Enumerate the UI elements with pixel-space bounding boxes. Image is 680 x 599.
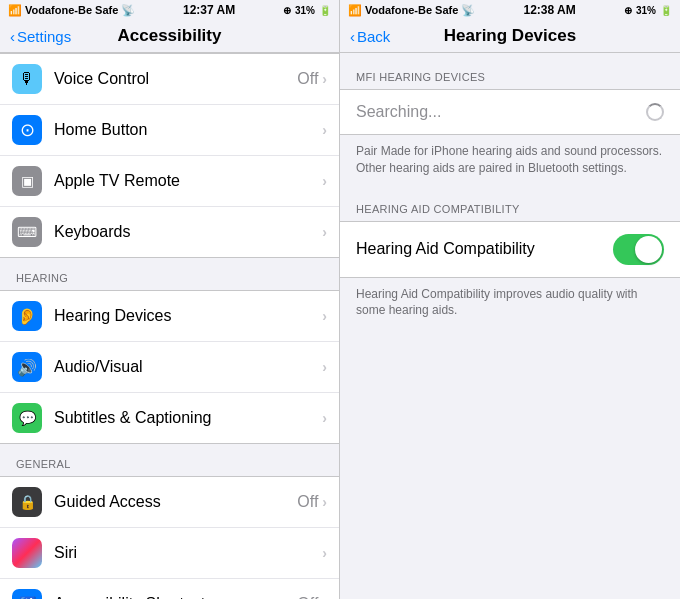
- siri-chevron: ›: [322, 545, 327, 561]
- right-nav-bar: ‹ Back Hearing Devices: [340, 20, 680, 53]
- apple-tv-icon: ▣: [12, 166, 42, 196]
- home-button-icon: ⊙: [12, 115, 42, 145]
- right-battery: 31%: [636, 5, 656, 16]
- keyboards-chevron: ›: [322, 224, 327, 240]
- hearing-devices-label: Hearing Devices: [54, 307, 322, 325]
- left-page-title: Accessibility: [118, 26, 222, 46]
- hearing-section-header: Hearing: [0, 258, 339, 290]
- location-icon: ⊕: [283, 5, 291, 16]
- right-status-bar: 📶 Vodafone-Be Safe 📡 12:38 AM ⊕ 31% 🔋: [340, 0, 680, 20]
- left-carrier-info: 📶 Vodafone-Be Safe 📡: [8, 4, 135, 17]
- searching-row: Searching...: [340, 90, 680, 134]
- left-list-container: 🎙 Voice Control Off › ⊙ Home Button › ▣ …: [0, 53, 339, 599]
- right-carrier-info: 📶 Vodafone-Be Safe 📡: [348, 4, 475, 17]
- searching-label: Searching...: [356, 103, 441, 121]
- wifi-icon: 📡: [121, 4, 135, 17]
- back-label: Settings: [17, 28, 71, 45]
- audio-visual-icon: 🔊: [12, 352, 42, 382]
- guided-access-chevron: ›: [322, 494, 327, 510]
- guided-access-label: Guided Access: [54, 493, 297, 511]
- subtitles-label: Subtitles & Captioning: [54, 409, 322, 427]
- hearing-devices-item[interactable]: 👂 Hearing Devices ›: [0, 291, 339, 342]
- back-chevron-icon: ‹: [10, 28, 15, 45]
- voice-control-value: Off: [297, 70, 318, 88]
- left-battery: 31%: [295, 5, 315, 16]
- mfi-group: Searching...: [340, 89, 680, 135]
- left-time: 12:37 AM: [183, 3, 235, 17]
- hearing-back-button[interactable]: ‹ Back: [350, 28, 390, 45]
- compatibility-section-header: Hearing Aid Compatibility: [340, 189, 680, 221]
- right-battery-icon: 🔋: [660, 5, 672, 16]
- compatibility-description: Hearing Aid Compatibility improves audio…: [340, 278, 680, 332]
- right-wifi-icon: 📡: [461, 4, 475, 17]
- right-time: 12:38 AM: [524, 3, 576, 17]
- audio-visual-item[interactable]: 🔊 Audio/Visual ›: [0, 342, 339, 393]
- home-button-label: Home Button: [54, 121, 322, 139]
- signal-icon: 📶: [8, 4, 22, 17]
- left-panel: 📶 Vodafone-Be Safe 📡 12:37 AM ⊕ 31% 🔋 ‹ …: [0, 0, 340, 599]
- mfi-section-header: MFI Hearing Devices: [340, 57, 680, 89]
- guided-access-item[interactable]: 🔒 Guided Access Off ›: [0, 477, 339, 528]
- left-battery-info: ⊕ 31% 🔋: [283, 5, 331, 16]
- left-carrier: Vodafone-Be Safe: [25, 4, 118, 16]
- home-button-chevron: ›: [322, 122, 327, 138]
- right-panel: 📶 Vodafone-Be Safe 📡 12:38 AM ⊕ 31% 🔋 ‹ …: [340, 0, 680, 599]
- loading-spinner: [646, 103, 664, 121]
- left-status-bar: 📶 Vodafone-Be Safe 📡 12:37 AM ⊕ 31% 🔋: [0, 0, 339, 20]
- apple-tv-chevron: ›: [322, 173, 327, 189]
- hearing-group: 👂 Hearing Devices › 🔊 Audio/Visual › 💬 S…: [0, 290, 339, 444]
- right-page-title: Hearing Devices: [444, 26, 576, 46]
- settings-back-button[interactable]: ‹ Settings: [10, 28, 71, 45]
- general-section-header: General: [0, 444, 339, 476]
- voice-control-chevron: ›: [322, 71, 327, 87]
- subtitles-icon: 💬: [12, 403, 42, 433]
- keyboards-item[interactable]: ⌨ Keyboards ›: [0, 207, 339, 257]
- right-battery-info: ⊕ 31% 🔋: [624, 5, 672, 16]
- keyboards-label: Keyboards: [54, 223, 322, 241]
- audio-visual-chevron: ›: [322, 359, 327, 375]
- accessibility-shortcut-item[interactable]: ♿ Accessibility Shortcut Off ›: [0, 579, 339, 599]
- subtitles-item[interactable]: 💬 Subtitles & Captioning ›: [0, 393, 339, 443]
- top-items-group: 🎙 Voice Control Off › ⊙ Home Button › ▣ …: [0, 53, 339, 258]
- hearing-devices-icon: 👂: [12, 301, 42, 331]
- right-back-label: Back: [357, 28, 390, 45]
- right-content: MFI Hearing Devices Searching... Pair Ma…: [340, 53, 680, 599]
- subtitles-chevron: ›: [322, 410, 327, 426]
- accessibility-shortcut-value: Off: [297, 595, 318, 599]
- battery-icon: 🔋: [319, 5, 331, 16]
- apple-tv-remote-item[interactable]: ▣ Apple TV Remote ›: [0, 156, 339, 207]
- compatibility-row: Hearing Aid Compatibility: [340, 222, 680, 277]
- apple-tv-label: Apple TV Remote: [54, 172, 322, 190]
- right-back-chevron-icon: ‹: [350, 28, 355, 45]
- left-nav-bar: ‹ Settings Accessibility: [0, 20, 339, 53]
- guided-access-value: Off: [297, 493, 318, 511]
- voice-control-item[interactable]: 🎙 Voice Control Off ›: [0, 54, 339, 105]
- right-signal-icon: 📶: [348, 4, 362, 17]
- keyboards-icon: ⌨: [12, 217, 42, 247]
- compatibility-label: Hearing Aid Compatibility: [356, 240, 535, 258]
- home-button-item[interactable]: ⊙ Home Button ›: [0, 105, 339, 156]
- voice-control-label: Voice Control: [54, 70, 297, 88]
- general-group: 🔒 Guided Access Off › Siri › ♿ Accessibi…: [0, 476, 339, 599]
- accessibility-shortcut-label: Accessibility Shortcut: [54, 595, 297, 599]
- toggle-knob: [635, 236, 662, 263]
- siri-item[interactable]: Siri ›: [0, 528, 339, 579]
- pair-description: Pair Made for iPhone hearing aids and so…: [340, 135, 680, 189]
- right-carrier: Vodafone-Be Safe: [365, 4, 458, 16]
- siri-label: Siri: [54, 544, 322, 562]
- compatibility-group: Hearing Aid Compatibility: [340, 221, 680, 278]
- compatibility-toggle[interactable]: [613, 234, 664, 265]
- siri-icon: [12, 538, 42, 568]
- voice-control-icon: 🎙: [12, 64, 42, 94]
- audio-visual-label: Audio/Visual: [54, 358, 322, 376]
- right-location-icon: ⊕: [624, 5, 632, 16]
- accessibility-shortcut-icon: ♿: [12, 589, 42, 599]
- guided-access-icon: 🔒: [12, 487, 42, 517]
- hearing-devices-chevron: ›: [322, 308, 327, 324]
